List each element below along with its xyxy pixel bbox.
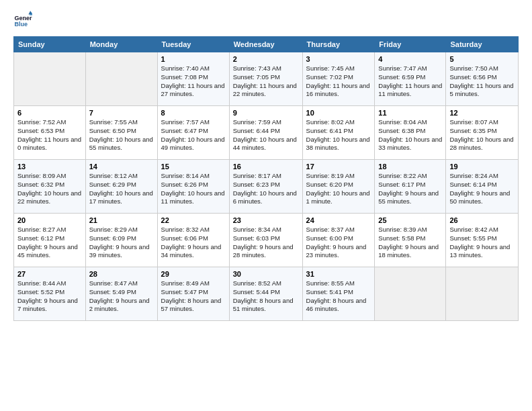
day-info: Sunrise: 8:49 AMSunset: 5:47 PMDaylight:… xyxy=(161,279,226,314)
day-info: Sunrise: 7:50 AMSunset: 6:56 PMDaylight:… xyxy=(449,64,515,99)
day-header-saturday: Saturday xyxy=(446,37,519,52)
day-info: Sunrise: 8:52 AMSunset: 5:44 PMDaylight:… xyxy=(233,279,299,314)
day-cell: 26Sunrise: 8:42 AMSunset: 5:55 PMDayligh… xyxy=(446,214,519,267)
day-cell: 18Sunrise: 8:22 AMSunset: 6:17 PMDayligh… xyxy=(375,160,446,214)
day-number: 24 xyxy=(306,216,371,224)
week-row-3: 13Sunrise: 8:09 AMSunset: 6:32 PMDayligh… xyxy=(14,160,519,214)
day-number: 3 xyxy=(306,55,371,63)
day-cell: 29Sunrise: 8:49 AMSunset: 5:47 PMDayligh… xyxy=(157,267,229,321)
day-number: 9 xyxy=(233,109,299,117)
day-info: Sunrise: 7:47 AMSunset: 6:59 PMDaylight:… xyxy=(378,64,442,99)
day-info: Sunrise: 8:22 AMSunset: 6:17 PMDaylight:… xyxy=(378,172,442,206)
day-number: 25 xyxy=(378,216,442,224)
day-cell: 13Sunrise: 8:09 AMSunset: 6:32 PMDayligh… xyxy=(14,160,86,214)
day-cell: 31Sunrise: 8:55 AMSunset: 5:41 PMDayligh… xyxy=(302,267,375,321)
day-cell xyxy=(85,52,157,106)
day-number: 20 xyxy=(17,216,82,224)
logo-icon: General Blue xyxy=(13,11,32,30)
day-number: 15 xyxy=(161,163,226,171)
day-info: Sunrise: 8:34 AMSunset: 6:03 PMDaylight:… xyxy=(233,226,299,260)
day-info: Sunrise: 8:07 AMSunset: 6:35 PMDaylight:… xyxy=(449,118,515,152)
day-info: Sunrise: 8:17 AMSunset: 6:23 PMDaylight:… xyxy=(233,172,299,206)
day-info: Sunrise: 8:55 AMSunset: 5:41 PMDaylight:… xyxy=(306,279,371,314)
day-cell: 3Sunrise: 7:45 AMSunset: 7:02 PMDaylight… xyxy=(302,52,375,106)
day-cell: 17Sunrise: 8:19 AMSunset: 6:20 PMDayligh… xyxy=(302,160,375,214)
day-header-monday: Monday xyxy=(85,37,157,52)
day-number: 5 xyxy=(449,55,515,63)
day-info: Sunrise: 7:40 AMSunset: 7:08 PMDaylight:… xyxy=(161,64,226,99)
day-info: Sunrise: 8:29 AMSunset: 6:09 PMDaylight:… xyxy=(89,226,154,260)
day-number: 13 xyxy=(17,163,82,171)
day-number: 21 xyxy=(89,216,154,224)
day-number: 28 xyxy=(89,270,154,278)
day-cell: 15Sunrise: 8:14 AMSunset: 6:26 PMDayligh… xyxy=(157,160,229,214)
day-number: 16 xyxy=(233,163,299,171)
day-number: 10 xyxy=(306,109,371,117)
day-cell: 6Sunrise: 7:52 AMSunset: 6:53 PMDaylight… xyxy=(14,106,86,160)
day-cell xyxy=(446,267,519,321)
day-number: 14 xyxy=(89,163,154,171)
day-cell: 1Sunrise: 7:40 AMSunset: 7:08 PMDaylight… xyxy=(157,52,229,106)
day-cell: 19Sunrise: 8:24 AMSunset: 6:14 PMDayligh… xyxy=(446,160,519,214)
day-header-wednesday: Wednesday xyxy=(229,37,302,52)
day-number: 12 xyxy=(449,109,515,117)
day-info: Sunrise: 8:27 AMSunset: 6:12 PMDaylight:… xyxy=(17,226,82,260)
day-number: 8 xyxy=(161,109,226,117)
day-cell: 4Sunrise: 7:47 AMSunset: 6:59 PMDaylight… xyxy=(375,52,446,106)
day-cell xyxy=(14,52,86,106)
day-number: 31 xyxy=(306,270,371,278)
day-cell: 7Sunrise: 7:55 AMSunset: 6:50 PMDaylight… xyxy=(85,106,157,160)
week-row-2: 6Sunrise: 7:52 AMSunset: 6:53 PMDaylight… xyxy=(14,106,519,160)
day-info: Sunrise: 7:52 AMSunset: 6:53 PMDaylight:… xyxy=(17,118,82,152)
day-header-thursday: Thursday xyxy=(302,37,375,52)
day-info: Sunrise: 8:47 AMSunset: 5:49 PMDaylight:… xyxy=(89,279,154,314)
day-info: Sunrise: 7:57 AMSunset: 6:47 PMDaylight:… xyxy=(161,118,226,152)
day-number: 11 xyxy=(378,109,442,117)
day-info: Sunrise: 7:59 AMSunset: 6:44 PMDaylight:… xyxy=(233,118,299,152)
day-info: Sunrise: 8:19 AMSunset: 6:20 PMDaylight:… xyxy=(306,172,371,206)
day-cell: 23Sunrise: 8:34 AMSunset: 6:03 PMDayligh… xyxy=(229,214,302,267)
day-info: Sunrise: 7:55 AMSunset: 6:50 PMDaylight:… xyxy=(89,118,154,152)
day-cell: 28Sunrise: 8:47 AMSunset: 5:49 PMDayligh… xyxy=(85,267,157,321)
logo: General Blue xyxy=(13,11,35,30)
day-number: 7 xyxy=(89,109,154,117)
week-row-4: 20Sunrise: 8:27 AMSunset: 6:12 PMDayligh… xyxy=(14,214,519,267)
day-header-tuesday: Tuesday xyxy=(157,37,229,52)
day-number: 27 xyxy=(17,270,82,278)
day-info: Sunrise: 8:44 AMSunset: 5:52 PMDaylight:… xyxy=(17,279,82,314)
day-number: 18 xyxy=(378,163,442,171)
day-cell: 10Sunrise: 8:02 AMSunset: 6:41 PMDayligh… xyxy=(302,106,375,160)
day-cell: 16Sunrise: 8:17 AMSunset: 6:23 PMDayligh… xyxy=(229,160,302,214)
day-info: Sunrise: 8:09 AMSunset: 6:32 PMDaylight:… xyxy=(17,172,82,206)
day-info: Sunrise: 7:45 AMSunset: 7:02 PMDaylight:… xyxy=(306,64,371,99)
day-info: Sunrise: 8:04 AMSunset: 6:38 PMDaylight:… xyxy=(378,118,442,152)
page-header: General Blue xyxy=(13,11,519,30)
day-cell: 25Sunrise: 8:39 AMSunset: 5:58 PMDayligh… xyxy=(375,214,446,267)
day-cell: 21Sunrise: 8:29 AMSunset: 6:09 PMDayligh… xyxy=(85,214,157,267)
day-cell: 20Sunrise: 8:27 AMSunset: 6:12 PMDayligh… xyxy=(14,214,86,267)
day-info: Sunrise: 7:43 AMSunset: 7:05 PMDaylight:… xyxy=(233,64,299,99)
day-number: 23 xyxy=(233,216,299,224)
day-number: 26 xyxy=(449,216,515,224)
day-info: Sunrise: 8:12 AMSunset: 6:29 PMDaylight:… xyxy=(89,172,154,206)
day-header-friday: Friday xyxy=(375,37,446,52)
svg-text:Blue: Blue xyxy=(14,21,28,28)
day-number: 6 xyxy=(17,109,82,117)
day-cell: 14Sunrise: 8:12 AMSunset: 6:29 PMDayligh… xyxy=(85,160,157,214)
day-number: 4 xyxy=(378,55,442,63)
day-info: Sunrise: 8:32 AMSunset: 6:06 PMDaylight:… xyxy=(161,226,226,260)
day-number: 1 xyxy=(161,55,226,63)
day-header-sunday: Sunday xyxy=(14,37,86,52)
day-cell: 5Sunrise: 7:50 AMSunset: 6:56 PMDaylight… xyxy=(446,52,519,106)
calendar-page: General Blue SundayMondayTuesdayWednesda… xyxy=(0,0,532,411)
days-header-row: SundayMondayTuesdayWednesdayThursdayFrid… xyxy=(14,37,519,52)
calendar-table: SundayMondayTuesdayWednesdayThursdayFrid… xyxy=(13,36,519,321)
day-info: Sunrise: 8:14 AMSunset: 6:26 PMDaylight:… xyxy=(161,172,226,206)
day-cell: 2Sunrise: 7:43 AMSunset: 7:05 PMDaylight… xyxy=(229,52,302,106)
day-number: 22 xyxy=(161,216,226,224)
day-number: 19 xyxy=(449,163,515,171)
day-number: 29 xyxy=(161,270,226,278)
day-info: Sunrise: 8:42 AMSunset: 5:55 PMDaylight:… xyxy=(449,226,515,260)
day-cell: 11Sunrise: 8:04 AMSunset: 6:38 PMDayligh… xyxy=(375,106,446,160)
week-row-1: 1Sunrise: 7:40 AMSunset: 7:08 PMDaylight… xyxy=(14,52,519,106)
